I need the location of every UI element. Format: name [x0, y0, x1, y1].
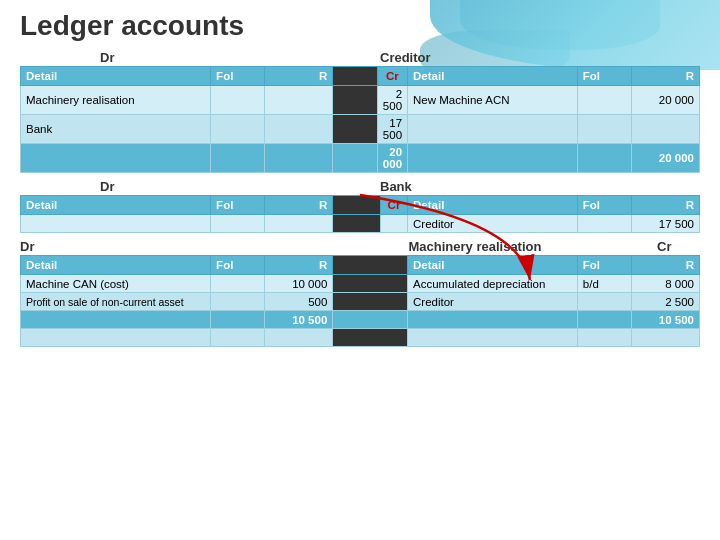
- creditor-row-2: Bank 17 500: [21, 115, 700, 144]
- row2-right-fol: [577, 115, 631, 144]
- row2-right-r: [632, 115, 700, 144]
- bank-col-fol2: Fol: [577, 196, 631, 215]
- total-cr-r: 20 000: [377, 144, 407, 173]
- creditor-labels-row: Dr Creditor: [20, 50, 700, 65]
- creditor-table: Detail Fol R Cr Detail Fol R Machinery r…: [20, 66, 700, 173]
- mach-total-detail: [21, 311, 211, 329]
- mach-row1-divider: [333, 275, 408, 293]
- bank-row1-divider: [333, 215, 381, 233]
- bank-col-cr: Cr: [380, 196, 407, 215]
- bank-dr-label: Dr: [20, 179, 360, 194]
- row2-divider: [333, 115, 378, 144]
- row1-right-fol: [577, 86, 631, 115]
- mach-divider-col: [333, 256, 408, 275]
- row1-divider: [333, 86, 378, 115]
- creditor-section: Dr Creditor Detail Fol R Cr Detail Fol R…: [20, 50, 700, 173]
- mach-total-right-r: 10 500: [632, 311, 700, 329]
- bank-divider-col: [333, 196, 381, 215]
- total-left-detail: [21, 144, 211, 173]
- total-left-r: [265, 144, 333, 173]
- machinery-table: Detail Fol R Detail Fol R Machine CAN (c…: [20, 255, 700, 347]
- mach-empty-divider: [333, 329, 408, 347]
- col-fol-header: Fol: [211, 67, 265, 86]
- machinery-labels-row: Dr Machinery realisation Cr: [20, 239, 700, 254]
- creditor-header-row: Detail Fol R Cr Detail Fol R: [21, 67, 700, 86]
- bank-section: Dr Bank Detail Fol R Cr Detail Fol R: [20, 179, 700, 233]
- mach-row2-right-detail: Creditor: [408, 293, 578, 311]
- mach-row1-right-detail: Accumulated depreciation: [408, 275, 578, 293]
- mach-col-detail: Detail: [21, 256, 211, 275]
- mach-row1-fol: [211, 275, 265, 293]
- bank-row1-cr: [380, 215, 407, 233]
- total-left-fol: [211, 144, 265, 173]
- mach-row2-right-fol: [577, 293, 631, 311]
- mach-col-r: R: [265, 256, 333, 275]
- bank-row-1: Creditor 17 500: [21, 215, 700, 233]
- row1-right-detail: New Machine ACN: [408, 86, 578, 115]
- row1-r: [265, 86, 333, 115]
- machinery-header-row: Detail Fol R Detail Fol R: [21, 256, 700, 275]
- mach-col-r2: R: [632, 256, 700, 275]
- mach-total-r: 10 500: [265, 311, 333, 329]
- mach-total-fol: [211, 311, 265, 329]
- bank-table: Detail Fol R Cr Detail Fol R Cre: [20, 195, 700, 233]
- mach-empty-right-r: [632, 329, 700, 347]
- bank-row1-r: [265, 215, 333, 233]
- mach-row2-right-r: 2 500: [632, 293, 700, 311]
- machinery-section: Dr Machinery realisation Cr Detail Fol R…: [20, 239, 700, 347]
- mach-row1-r: 10 000: [265, 275, 333, 293]
- divider-col: [333, 67, 378, 86]
- mach-empty-fol: [211, 329, 265, 347]
- mach-col-fol2: Fol: [577, 256, 631, 275]
- mach-empty-right-fol: [577, 329, 631, 347]
- machinery-row-1: Machine CAN (cost) 10 000 Accumulated de…: [21, 275, 700, 293]
- main-content: Ledger accounts Dr Creditor Detail Fol R…: [0, 0, 720, 363]
- bank-col-detail2: Detail: [408, 196, 578, 215]
- mach-empty-r: [265, 329, 333, 347]
- creditor-total-row: 20 000 20 000: [21, 144, 700, 173]
- bank-header-row: Detail Fol R Cr Detail Fol R: [21, 196, 700, 215]
- mach-total-divider: [333, 311, 408, 329]
- bank-right-label: Bank: [360, 179, 700, 194]
- mach-row1-detail: Machine CAN (cost): [21, 275, 211, 293]
- mach-row1-right-fol: b/d: [577, 275, 631, 293]
- bank-row1-right-r: 17 500: [632, 215, 700, 233]
- mach-empty-right-detail: [408, 329, 578, 347]
- total-right-detail: [408, 144, 578, 173]
- col-r-header: R: [265, 67, 333, 86]
- machinery-cr-label: Cr: [657, 239, 671, 254]
- bank-labels-row: Dr Bank: [20, 179, 700, 194]
- col-fol2-header: Fol: [577, 67, 631, 86]
- mach-col-detail2: Detail: [408, 256, 578, 275]
- bank-label: Bank: [21, 115, 211, 144]
- mach-row1-right-r: 8 000: [632, 275, 700, 293]
- col-detail-header: Detail: [21, 67, 211, 86]
- col-r2-header: R: [632, 67, 700, 86]
- machinery-row-2: Profit on sale of non-current asset 500 …: [21, 293, 700, 311]
- total-right-fol: [577, 144, 631, 173]
- row2-fol: [211, 115, 265, 144]
- mach-row2-fol: [211, 293, 265, 311]
- bank-col-fol: Fol: [211, 196, 265, 215]
- machinery-realisation-label: Machinery realisation: [21, 86, 211, 115]
- bank-row1-fol: [211, 215, 265, 233]
- mach-col-fol: Fol: [211, 256, 265, 275]
- bank-col-r: R: [265, 196, 333, 215]
- bank-row1-detail: [21, 215, 211, 233]
- row1-cr-r: 2 500: [377, 86, 407, 115]
- mach-row2-detail: Profit on sale of non-current asset: [21, 293, 211, 311]
- creditor-row-1: Machinery realisation 2 500 New Machine …: [21, 86, 700, 115]
- bank-col-r2: R: [632, 196, 700, 215]
- row1-right-r: 20 000: [632, 86, 700, 115]
- col-cr-header: Cr: [377, 67, 407, 86]
- creditor-dr-label: Dr: [20, 50, 360, 65]
- row1-fol: [211, 86, 265, 115]
- mach-row2-r: 500: [265, 293, 333, 311]
- machinery-dr-label: Dr: [20, 239, 360, 254]
- col-detail2-header: Detail: [408, 67, 578, 86]
- machinery-right-label: Machinery realisation Cr: [360, 239, 700, 254]
- machinery-section-title: Machinery realisation: [409, 239, 542, 254]
- bank-col-detail: Detail: [21, 196, 211, 215]
- total-right-r: 20 000: [632, 144, 700, 173]
- bank-row1-right-fol: [577, 215, 631, 233]
